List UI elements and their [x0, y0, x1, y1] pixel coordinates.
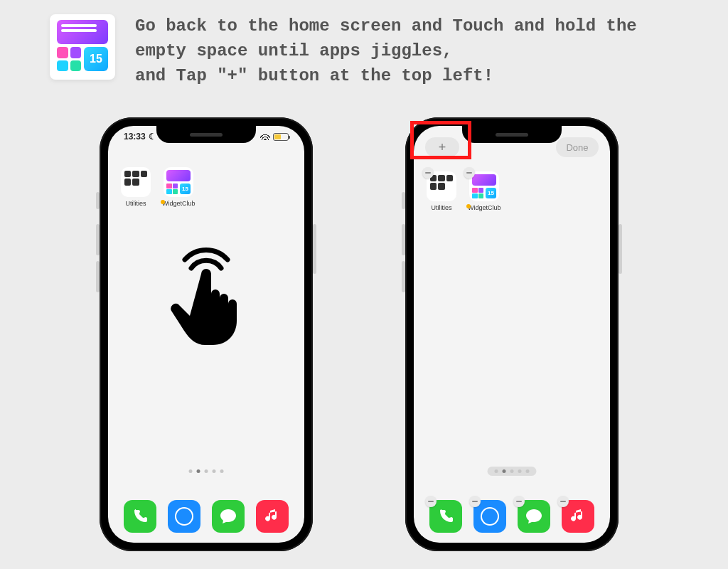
done-button[interactable]: Done	[556, 137, 599, 157]
home-apps-row: Utilities 15 WidgetClub	[427, 171, 501, 211]
dock-phone-icon[interactable]	[429, 500, 462, 533]
add-widget-button[interactable]: +	[425, 137, 459, 157]
dock-messages-icon[interactable]	[212, 500, 245, 533]
battery-icon	[273, 133, 289, 141]
app-label: Utilities	[431, 204, 451, 211]
touch-hold-icon	[160, 238, 252, 355]
app-widgetclub[interactable]: 15 WidgetClub	[162, 167, 196, 207]
phone-mock-right: + Done Utilities 15	[405, 117, 619, 551]
remove-badge-icon[interactable]	[464, 167, 475, 179]
dock-phone-icon[interactable]	[124, 500, 156, 533]
remove-badge-icon[interactable]	[469, 496, 481, 507]
moon-icon: ☾	[149, 132, 156, 142]
app-widgetclub[interactable]: 15 WidgetClub	[468, 171, 501, 211]
purple-banner-icon	[57, 20, 108, 44]
calendar-badge-icon: 15	[84, 47, 108, 71]
app-utilities[interactable]: Utilities	[121, 167, 151, 207]
app-label: WidgetClub	[162, 200, 196, 207]
status-bar: 13:33 ☾	[108, 132, 304, 142]
app-utilities[interactable]: Utilities	[427, 171, 456, 211]
app-label: Utilities	[125, 200, 146, 207]
remove-badge-icon[interactable]	[422, 167, 434, 179]
home-apps-row: Utilities 15 WidgetClub	[121, 167, 196, 207]
color-grid-icon	[57, 47, 81, 71]
remove-badge-icon[interactable]	[513, 496, 525, 507]
dock-messages-icon[interactable]	[518, 500, 550, 533]
widgetclub-icon: 15	[164, 167, 193, 197]
edit-mode-bar: + Done	[414, 137, 610, 157]
dock	[429, 500, 594, 533]
dock-music-icon[interactable]	[562, 500, 594, 533]
dock	[124, 500, 289, 533]
remove-badge-icon[interactable]	[425, 496, 437, 507]
dock-music-icon[interactable]	[256, 500, 289, 533]
notification-dot-icon	[466, 204, 471, 208]
header-row: 15 Go back to the home screen and Touch …	[50, 14, 690, 88]
dock-safari-icon[interactable]	[473, 500, 506, 533]
phone-mock-left: 13:33 ☾ Utilities 15	[100, 117, 313, 551]
notification-dot-icon	[161, 200, 165, 204]
svg-point-5	[482, 509, 498, 524]
dock-safari-icon[interactable]	[168, 500, 200, 533]
svg-point-1	[176, 509, 192, 524]
instructions-text: Go back to the home screen and Touch and…	[135, 14, 690, 88]
wifi-icon	[260, 133, 270, 140]
status-time: 13:33	[124, 132, 146, 142]
folder-icon	[121, 167, 151, 197]
widgetclub-hero-icon: 15	[50, 14, 115, 80]
remove-badge-icon[interactable]	[557, 496, 569, 507]
page-indicator[interactable]	[488, 467, 537, 476]
page-indicator[interactable]	[182, 467, 231, 476]
app-label: WidgetClub	[468, 204, 501, 211]
